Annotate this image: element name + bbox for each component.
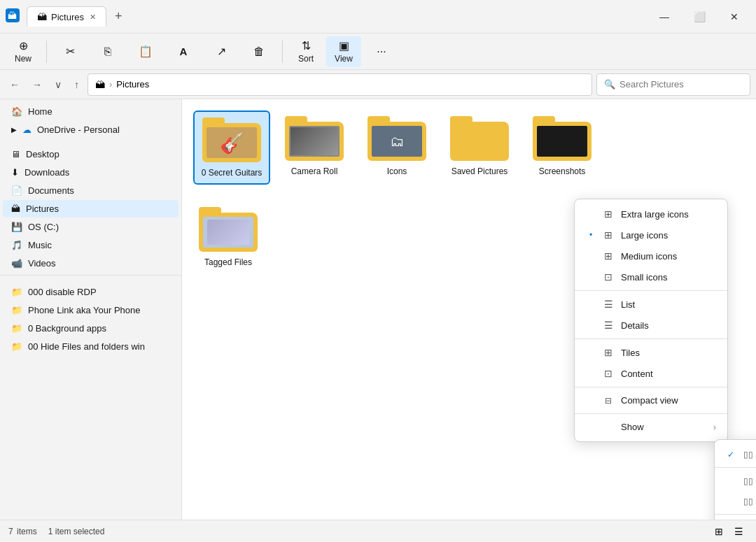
view-button[interactable]: ▣ View (326, 36, 361, 67)
recent-button[interactable]: ∨ (50, 76, 66, 93)
file-thumb-secret-guitars: 🎸 (202, 117, 261, 165)
file-item-tagged[interactable]: Tagged Files (193, 201, 263, 273)
file-name-screenshots: Screenshots (539, 166, 586, 176)
forward-button[interactable]: → (28, 76, 46, 93)
tab-pictures[interactable]: 🏔 Pictures ✕ (27, 6, 106, 27)
delete-button[interactable]: 🗑 (241, 36, 276, 67)
menu-item-preview-pane[interactable]: ▯▯ Preview pane (715, 491, 756, 511)
file-thumb-screenshots (533, 116, 592, 164)
file-name-secret-guitars: 0 Secret Guitars (202, 168, 262, 178)
search-input[interactable] (620, 79, 743, 90)
home-icon: 🏠 (11, 106, 22, 117)
tab-label: Pictures (51, 12, 84, 22)
bgapps-icon: 📁 (11, 323, 22, 334)
delete-icon: 🗑 (253, 45, 265, 58)
sidebar-item-hidefiles[interactable]: 📁 00 Hide Files and folders win (3, 338, 178, 355)
show-sep-2 (715, 514, 756, 515)
pictures-icon: 🏔 (11, 204, 20, 214)
breadcrumb-current: Pictures (116, 79, 149, 90)
sidebar-item-downloads[interactable]: ⬇ Downloads 📌 (3, 164, 178, 181)
rename-button[interactable]: A (166, 36, 201, 67)
view-label: View (335, 54, 353, 64)
file-thumb-tagged (199, 207, 258, 255)
back-button[interactable]: ← (6, 76, 24, 93)
breadcrumb-separator: › (109, 79, 112, 90)
file-item-screenshots[interactable]: Screenshots (524, 110, 601, 185)
sidebar-item-pictures[interactable]: 🏔 Pictures 📌 (3, 200, 178, 217)
file-item-secret-guitars[interactable]: 🎸 0 Secret Guitars (193, 110, 270, 185)
close-button[interactable]: ✕ (718, 6, 750, 28)
sidebar-label-videos: Videos (28, 258, 56, 269)
file-item-icons[interactable]: 🗂 Icons (358, 110, 435, 185)
menu-item-compact-view[interactable]: ⊟ Compact view (575, 390, 727, 411)
sidebar-label-home: Home (28, 106, 52, 117)
osc-icon: 💾 (11, 222, 22, 232)
sort-label: Sort (298, 54, 314, 64)
search-icon: 🔍 (604, 79, 615, 90)
menu-item-large-icons[interactable]: • ⊞ Large icons (575, 224, 727, 245)
menu-item-list[interactable]: ☰ List (575, 294, 727, 315)
sort-button[interactable]: ⇅ Sort (288, 36, 323, 67)
menu-item-nav-pane[interactable]: ✓ ▯▯ Navigation pane (715, 444, 756, 464)
sidebar-item-onedrive[interactable]: ▶ ☁ OneDrive - Personal (3, 121, 178, 138)
content-area: 🎸 0 Secret Guitars Camera Roll (182, 99, 756, 520)
large-icon: ⊞ (603, 229, 614, 241)
tab-close-button[interactable]: ✕ (90, 13, 96, 22)
copy-button[interactable]: ⎘ (90, 36, 125, 67)
downloads-icon: ⬇ (11, 167, 19, 178)
sidebar-item-music[interactable]: 🎵 Music 📌 (3, 236, 178, 254)
check-nav-pane: ✓ (726, 450, 736, 459)
menu-label-list: List (621, 299, 635, 310)
onedrive-expand-icon: ▶ (11, 126, 17, 134)
breadcrumb[interactable]: 🏔 › Pictures (88, 73, 592, 96)
menu-item-details[interactable]: ☰ Details (575, 315, 727, 336)
sidebar-item-videos[interactable]: 📹 Videos 📌 (3, 255, 178, 272)
new-tab-button[interactable]: + (109, 9, 128, 24)
menu-item-small-icons[interactable]: ⊡ Small icons (575, 266, 727, 287)
search-box[interactable]: 🔍 (596, 73, 750, 96)
paste-button[interactable]: 📋 (128, 36, 163, 67)
cut-button[interactable]: ✂ (52, 36, 88, 67)
sidebar-item-phonelink[interactable]: 📁 Phone Link aka Your Phone (3, 301, 178, 319)
sidebar-item-desktop[interactable]: 🖥 Desktop 📌 (3, 145, 178, 163)
menu-item-tiles[interactable]: ⊞ Tiles (575, 342, 727, 363)
sidebar-label-onedrive: OneDrive - Personal (37, 124, 120, 135)
documents-icon: 📄 (11, 185, 22, 196)
menu-item-medium-icons[interactable]: ⊞ Medium icons (575, 245, 727, 266)
new-button[interactable]: ⊕ New (6, 36, 41, 67)
compact-icon: ⊟ (603, 396, 614, 406)
menu-item-item-checkboxes[interactable]: ☐ Item check boxes (715, 518, 756, 520)
menu-item-show[interactable]: Show › (575, 417, 727, 437)
menu-label-show: Show (621, 422, 644, 432)
selected-label: 1 item selected (48, 527, 105, 536)
share-button[interactable]: ↗ (204, 36, 239, 67)
file-name-saved-pictures: Saved Pictures (451, 166, 508, 176)
sidebar-item-rdp[interactable]: 📁 000 disable RDP (3, 283, 178, 301)
sidebar-item-documents[interactable]: 📄 Documents 📌 (3, 182, 178, 199)
sidebar-item-home[interactable]: 🏠 Home (3, 103, 178, 120)
grid-view-toggle[interactable]: ⊞ (710, 525, 727, 539)
phonelink-icon: 📁 (11, 305, 22, 315)
sidebar-label-phonelink: Phone Link aka Your Phone (28, 305, 140, 315)
file-name-icons: Icons (387, 166, 407, 176)
minimize-button[interactable]: — (648, 6, 680, 28)
list-view-toggle[interactable]: ☰ (730, 525, 748, 539)
sidebar-item-bgapps[interactable]: 📁 0 Background apps (3, 320, 178, 337)
file-item-saved-pictures[interactable]: Saved Pictures (441, 110, 518, 185)
sort-icon: ⇅ (302, 39, 311, 52)
sidebar-label-bgapps: 0 Background apps (28, 323, 106, 334)
view-toggles: ⊞ ☰ (710, 525, 748, 539)
sidebar-label-desktop: Desktop (26, 149, 59, 159)
tiles-icon: ⊞ (603, 347, 614, 358)
menu-label-details: Details (621, 320, 649, 331)
cut-icon: ✂ (66, 45, 75, 58)
maximize-button[interactable]: ⬜ (683, 6, 715, 28)
more-button[interactable]: ··· (364, 36, 399, 67)
up-button[interactable]: ↑ (70, 76, 83, 93)
menu-item-extra-large-icons[interactable]: ⊞ Extra large icons (575, 204, 727, 224)
menu-item-details-pane[interactable]: ▯▯ Details pane (715, 471, 756, 491)
menu-item-content[interactable]: ⊡ Content (575, 363, 727, 384)
sidebar-item-osc[interactable]: 💾 OS (C:) 📌 (3, 218, 178, 236)
menu-sep-3 (575, 387, 727, 387)
file-item-camera-roll[interactable]: Camera Roll (276, 110, 353, 185)
